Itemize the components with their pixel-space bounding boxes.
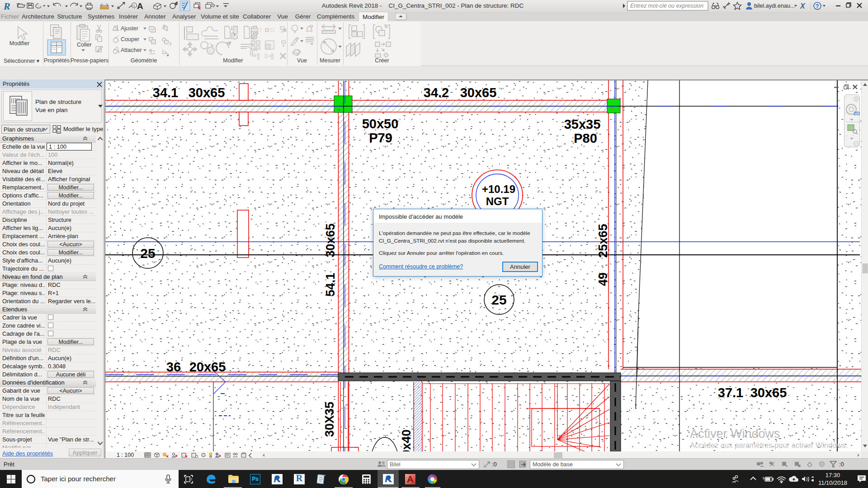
svg-text:30x65: 30x65 (189, 85, 225, 100)
svg-text:35x35: 35x35 (564, 117, 601, 131)
svg-text:36: 36 (166, 360, 181, 374)
svg-text:37.1: 37.1 (718, 385, 743, 400)
svg-text:50x50: 50x50 (362, 117, 399, 131)
svg-text:25x65: 25x65 (596, 224, 610, 258)
svg-text:1: 1 (133, 4, 136, 8)
svg-text:34.1: 34.1 (153, 85, 178, 100)
svg-text:Autodesk Revit 2018 - CI_G_: Autodesk Revit 2018 - CI_G_Centra_STRI_0… (322, 2, 524, 9)
svg-text:30X35: 30X35 (323, 402, 336, 437)
svg-text:bilel.aydi.enau...: bilel.aydi.enau... (754, 3, 795, 9)
svg-text:P80: P80 (574, 131, 597, 145)
svg-text:25: 25 (491, 292, 506, 307)
svg-text:Activer Windows: Activer Windows (690, 427, 780, 441)
svg-text:34.2: 34.2 (424, 85, 449, 100)
svg-text:30x65: 30x65 (324, 223, 337, 257)
svg-text:?: ? (816, 3, 819, 9)
svg-text:Attacher: Attacher (121, 47, 142, 53)
svg-text:R: R (3, 0, 10, 12)
svg-text:Accédez aux paramètres pour ac: Accédez aux paramètres pour activer Wind… (690, 441, 848, 449)
svg-text:P79: P79 (369, 131, 392, 145)
svg-text:NGT: NGT (486, 195, 509, 207)
svg-text:49: 49 (596, 272, 610, 286)
svg-text:Coller: Coller (77, 42, 92, 48)
svg-text:2D: 2D (854, 111, 860, 116)
svg-text:+10.19: +10.19 (482, 183, 515, 195)
svg-text:25: 25 (140, 246, 155, 261)
svg-text:20x40: 20x40 (400, 429, 413, 451)
svg-text:Entrez mot-clé ou expression: Entrez mot-clé ou expression (630, 3, 703, 9)
svg-text:Couper: Couper (121, 36, 139, 42)
svg-text:X: X (800, 2, 806, 10)
svg-text:A: A (137, 1, 143, 11)
svg-text:x: x (198, 5, 201, 10)
svg-text:20x65: 20x65 (189, 360, 226, 374)
svg-text:54.1: 54.1 (324, 273, 337, 297)
svg-text:30x65: 30x65 (750, 385, 787, 400)
svg-text:Ajuster: Ajuster (121, 25, 138, 32)
svg-text:30x65: 30x65 (460, 85, 497, 100)
